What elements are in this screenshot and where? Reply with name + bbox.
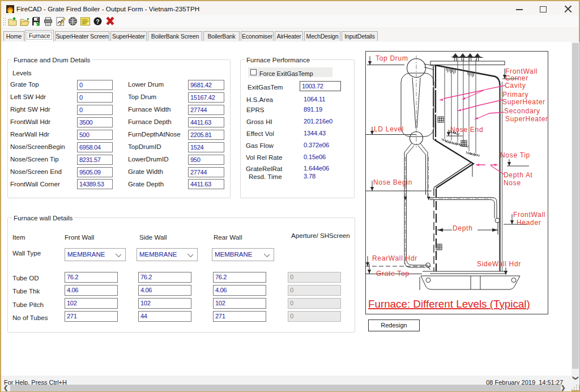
svg-text:Nose End: Nose End bbox=[450, 126, 483, 134]
svg-text:?: ? bbox=[96, 18, 99, 25]
svg-text:Furnace: Different Levels (Typ: Furnace: Different Levels (Typical) bbox=[368, 298, 530, 310]
svg-text:Depth At: Depth At bbox=[504, 171, 533, 179]
svg-text:LD Level: LD Level bbox=[374, 125, 404, 133]
svg-text:Grate Top: Grate Top bbox=[376, 270, 410, 278]
svg-text:RearWall Hdr: RearWall Hdr bbox=[372, 254, 417, 262]
svg-text:SideWall Hdr: SideWall Hdr bbox=[477, 260, 521, 268]
svg-text:Corner: Corner bbox=[505, 74, 528, 82]
svg-text:SuperHeater: SuperHeater bbox=[505, 115, 548, 123]
svg-text:Header: Header bbox=[517, 219, 541, 227]
svg-text:Secondary: Secondary bbox=[504, 107, 540, 115]
svg-text:Top Drum: Top Drum bbox=[376, 54, 408, 62]
svg-text:Primary: Primary bbox=[502, 91, 528, 99]
svg-text:Nose Tip: Nose Tip bbox=[500, 151, 530, 159]
svg-text:Nose Begin: Nose Begin bbox=[373, 178, 412, 186]
svg-text:SuperHeater: SuperHeater bbox=[502, 98, 545, 106]
svg-text:Depth: Depth bbox=[453, 224, 473, 232]
svg-text:Nose: Nose bbox=[504, 179, 521, 187]
svg-text:FrontWall: FrontWall bbox=[513, 211, 545, 219]
svg-text:Cavity: Cavity bbox=[505, 82, 526, 90]
